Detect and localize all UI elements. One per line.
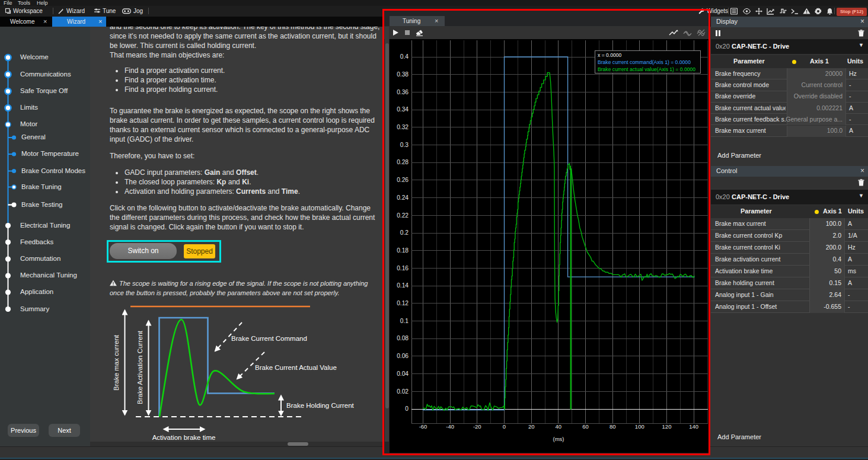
svg-text:Brake Current Command: Brake Current Command bbox=[231, 335, 307, 342]
svg-text:Brake Holding Current: Brake Holding Current bbox=[286, 402, 355, 409]
svg-text:Brake Current Actual Value: Brake Current Actual Value bbox=[255, 364, 337, 371]
svg-text:Activation brake time: Activation brake time bbox=[152, 434, 216, 441]
svg-text:Brake Activation Current: Brake Activation Current bbox=[136, 330, 143, 404]
svg-text:Brake max current: Brake max current bbox=[113, 334, 120, 391]
